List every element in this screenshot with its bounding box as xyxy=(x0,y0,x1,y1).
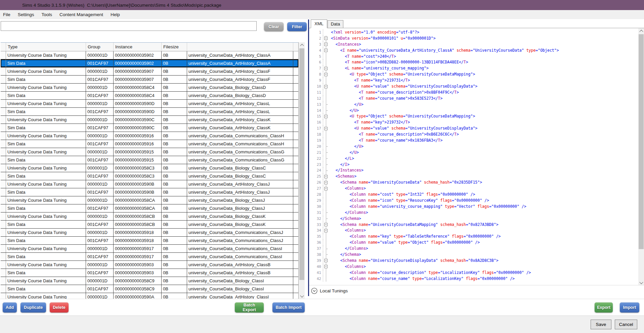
table-row[interactable]: University Course Data Tuning0000001D000… xyxy=(1,67,298,76)
xml-code-line: 13 </U> xyxy=(309,102,638,108)
scroll-up-icon[interactable] xyxy=(299,42,305,48)
xml-scrollbar-thumb[interactable] xyxy=(639,34,644,249)
table-cell-instance: 0000000000035902 xyxy=(114,59,162,67)
table-cell-instance: 0000000000035918 xyxy=(114,229,162,236)
table-row[interactable]: University Course Data Tuning0000001D000… xyxy=(1,51,298,59)
column-header-name[interactable] xyxy=(187,43,293,51)
tab-xml[interactable]: XML xyxy=(311,19,327,28)
table-cell-type: Sim Data xyxy=(6,92,86,99)
code-fold-icon[interactable]: − xyxy=(324,265,328,268)
batch-import-button[interactable]: Batch Import xyxy=(272,302,305,313)
table-cell-group: 001CAF97 xyxy=(86,140,114,148)
table-cell-filesize: 0B xyxy=(162,293,187,299)
table-cell-group: 0000001D xyxy=(86,116,114,124)
scroll-down-icon[interactable] xyxy=(638,280,644,285)
code-fold-icon[interactable]: − xyxy=(324,127,328,130)
table-cell-spacer xyxy=(293,237,298,244)
clear-button[interactable]: Clear xyxy=(264,22,284,31)
table-scrollbar[interactable] xyxy=(299,42,305,299)
table-cell-name: university_CourseData_Communications_Cla… xyxy=(187,140,293,148)
table-row[interactable]: University Course Data Tuning0000001D000… xyxy=(1,116,298,124)
scroll-down-icon[interactable] xyxy=(299,293,305,299)
duplicate-button[interactable]: Duplicate xyxy=(20,302,46,313)
table-cell-type: University Course Data Tuning xyxy=(6,293,86,299)
table-row[interactable]: Sim Data001CAF9700000000000358CB0Buniver… xyxy=(1,221,298,229)
table-row[interactable]: University Course Data Tuning0000001D000… xyxy=(1,245,298,253)
export-button[interactable]: Export xyxy=(595,302,613,313)
table-row[interactable]: University Course Data Tuning0000001D000… xyxy=(1,84,298,92)
table-row[interactable]: Sim Data001CAF9700000000000358C90Buniver… xyxy=(1,285,298,293)
table-row[interactable]: Sim Data001CAF9700000000000359170Buniver… xyxy=(1,253,298,261)
code-fold-icon[interactable]: − xyxy=(324,49,328,52)
table-row[interactable]: Sim Data001CAF97000000000003590D0Buniver… xyxy=(1,108,298,116)
code-fold-icon[interactable]: − xyxy=(324,175,328,178)
code-fold-icon[interactable]: − xyxy=(324,37,328,40)
local-tunings-expander[interactable]: Local Tunings xyxy=(309,285,644,296)
code-fold-icon[interactable]: − xyxy=(324,223,328,226)
menu-item-content-management[interactable]: Content Management xyxy=(56,10,107,19)
code-fold-icon[interactable]: − xyxy=(324,181,328,184)
table-row[interactable]: Sim Data001CAF9700000000000358CA0Buniver… xyxy=(1,204,298,212)
xml-code-editor[interactable]: 1<?xml version="1.0" encoding="utf-8"?>2… xyxy=(309,28,638,285)
table-cell-type: University Course Data Tuning xyxy=(6,164,86,172)
table-scrollbar-thumb[interactable] xyxy=(299,48,304,280)
table-row[interactable]: Sim Data001CAF97000000000003590B0Buniver… xyxy=(1,188,298,196)
menu-item-help[interactable]: Help xyxy=(107,10,124,19)
add-button[interactable]: Add xyxy=(3,302,17,313)
filter-button[interactable]: Filter xyxy=(287,22,307,31)
table-cell-name: university_CourseData_ArtHistory_ClassI xyxy=(187,293,293,299)
table-row[interactable]: Sim Data001CAF9700000000000358C30Buniver… xyxy=(1,172,298,180)
table-row[interactable]: University Course Data Tuning0000001D000… xyxy=(1,100,298,108)
delete-button[interactable]: Delete xyxy=(50,302,69,313)
column-header-group[interactable]: Group xyxy=(86,43,114,51)
table-cell-group: 0000001D xyxy=(86,245,114,252)
menu-item-settings[interactable]: Settings xyxy=(14,10,38,19)
table-row[interactable]: University Course Data Tuning0000001D000… xyxy=(1,212,298,221)
column-header-type[interactable]: Type xyxy=(6,43,86,51)
xml-scrollbar[interactable] xyxy=(638,28,644,285)
column-header-filesize[interactable]: Filesize xyxy=(162,43,187,51)
table-row[interactable]: University Course Data Tuning0000001D000… xyxy=(1,293,298,299)
table-row[interactable]: Sim Data001CAF9700000000000359030Buniver… xyxy=(1,269,298,277)
cancel-button[interactable]: Cancel xyxy=(615,320,637,329)
code-fold-icon[interactable]: − xyxy=(324,259,328,262)
table-row[interactable]: University Course Data Tuning0000001D000… xyxy=(1,132,298,140)
table-row[interactable]: University Course Data Tuning0000001D000… xyxy=(1,148,298,156)
column-header-selector xyxy=(1,43,6,51)
xml-code-line: 14 </U> xyxy=(309,108,638,114)
code-fold-icon[interactable]: − xyxy=(324,43,328,46)
tab-data[interactable]: Data xyxy=(328,20,343,28)
code-fold-icon[interactable]: − xyxy=(324,73,328,76)
batch-export-button[interactable]: Batch Export xyxy=(235,302,264,313)
table-row[interactable]: Sim Data001CAF9700000000000359150Buniver… xyxy=(1,156,298,164)
table-row[interactable]: University Course Data Tuning0000001D000… xyxy=(1,180,298,188)
xml-panel-tabs: XML Data xyxy=(309,19,644,28)
table-row[interactable]: Sim Data001CAF9700000000000359160Buniver… xyxy=(1,140,298,148)
menu-item-file[interactable]: File xyxy=(0,10,14,19)
table-cell-group: 0000001D xyxy=(86,100,114,107)
table-row[interactable]: Sim Data001CAF9700000000000359180Buniver… xyxy=(1,237,298,245)
menu-item-tools[interactable]: Tools xyxy=(38,10,56,19)
table-cell-name: university_CourseData_Biology_ClassK xyxy=(187,212,293,220)
search-input[interactable] xyxy=(1,21,257,31)
code-fold-icon[interactable]: − xyxy=(324,67,328,70)
import-button[interactable]: Import xyxy=(620,302,639,313)
code-fold-icon[interactable]: − xyxy=(324,115,328,118)
table-header: Type Group Instance Filesize xyxy=(1,43,298,51)
scroll-up-icon[interactable] xyxy=(638,28,644,34)
table-row[interactable]: University Course Data Tuning0000001D000… xyxy=(1,229,298,237)
table-row[interactable]: University Course Data Tuning0000001D000… xyxy=(1,164,298,172)
table-row[interactable]: Sim Data001CAF9700000000000358C40Buniver… xyxy=(1,92,298,100)
table-row[interactable]: University Course Data Tuning0000001D000… xyxy=(1,261,298,269)
table-row[interactable]: University Course Data Tuning0000001D000… xyxy=(1,277,298,285)
column-header-instance[interactable]: Instance xyxy=(114,43,162,51)
code-fold-icon[interactable]: − xyxy=(324,187,328,190)
table-row[interactable]: University Course Data Tuning0000001D000… xyxy=(1,196,298,204)
table-row[interactable]: Sim Data001CAF97000000000003590C0Buniver… xyxy=(1,124,298,132)
table-row[interactable]: Sim Data001CAF9700000000000359070Buniver… xyxy=(1,76,298,84)
code-fold-icon[interactable]: − xyxy=(324,85,328,88)
table-row[interactable]: Sim Data001CAF9700000000000359020Buniver… xyxy=(1,59,298,67)
save-button[interactable]: Save xyxy=(591,320,611,329)
table-cell-instance: 0000000000035907 xyxy=(114,76,162,83)
code-fold-icon[interactable]: − xyxy=(324,229,328,232)
